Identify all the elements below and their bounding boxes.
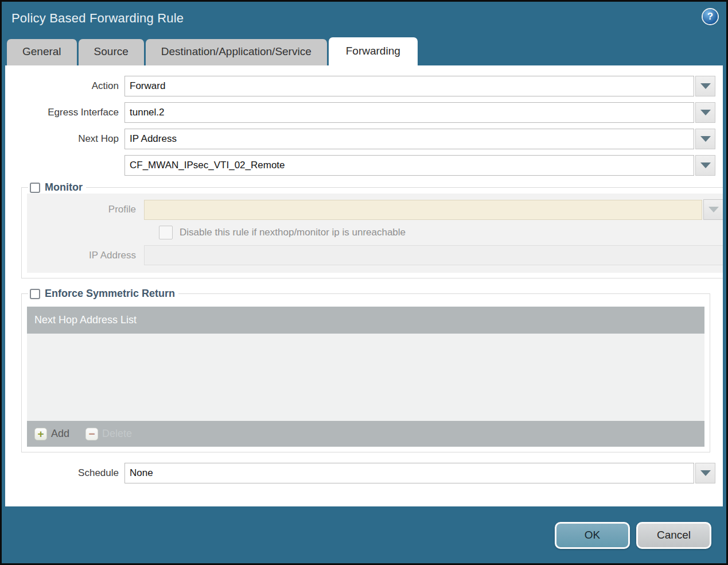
next-hop-address-list-table: Next Hop Address List + Add − Delete — [27, 307, 704, 447]
schedule-row: Schedule — [5, 463, 723, 483]
action-row: Action — [5, 76, 723, 96]
symmetric-return-checkbox[interactable] — [30, 289, 40, 299]
chevron-down-icon — [700, 162, 711, 168]
table-body — [27, 334, 704, 421]
next-hop-address-input[interactable] — [124, 155, 694, 176]
egress-interface-label: Egress Interface — [5, 107, 124, 118]
minus-icon: − — [85, 428, 98, 440]
tab-bar: General Source Destination/Application/S… — [7, 37, 726, 65]
monitor-disabled-area: Profile Disable this rule if nexthop/mon… — [27, 194, 723, 273]
tab-forwarding[interactable]: Forwarding — [329, 37, 418, 65]
profile-label: Profile — [27, 204, 144, 215]
table-header-label: Next Hop Address List — [34, 314, 137, 326]
next-hop-address-dropdown-button[interactable] — [695, 155, 715, 176]
schedule-dropdown-button[interactable] — [695, 463, 715, 483]
egress-interface-input[interactable] — [124, 102, 694, 123]
monitor-fieldset: Monitor Profile Disable this rule if nex… — [21, 181, 723, 278]
delete-button: − Delete — [85, 428, 132, 440]
profile-dropdown-button — [703, 199, 723, 220]
dialog-title: Policy Based Forwarding Rule — [11, 11, 184, 25]
symmetric-return-legend: Enforce Symmetric Return — [28, 288, 178, 300]
next-hop-row: Next Hop — [5, 129, 723, 149]
monitor-ip-address-input — [144, 245, 723, 265]
tab-source[interactable]: Source — [79, 39, 144, 65]
symmetric-return-fieldset: Enforce Symmetric Return Next Hop Addres… — [21, 288, 710, 452]
table-header: Next Hop Address List — [27, 307, 704, 334]
chevron-down-icon — [700, 83, 711, 89]
add-button[interactable]: + Add — [34, 428, 69, 440]
profile-input — [144, 200, 702, 220]
chevron-down-icon — [700, 136, 711, 142]
add-button-label: Add — [51, 428, 69, 440]
table-footer: + Add − Delete — [27, 421, 704, 447]
monitor-legend-label: Monitor — [45, 181, 83, 194]
chevron-down-icon — [700, 110, 711, 115]
schedule-input[interactable] — [124, 463, 694, 483]
disable-rule-row: Disable this rule if nexthop/monitor ip … — [159, 226, 723, 239]
next-hop-dropdown-button[interactable] — [695, 129, 715, 149]
action-dropdown-button[interactable] — [695, 76, 715, 96]
chevron-down-icon — [700, 470, 711, 476]
tab-general[interactable]: General — [7, 39, 77, 65]
monitor-ip-address-row: IP Address — [27, 245, 723, 265]
cancel-button[interactable]: Cancel — [636, 522, 711, 549]
disable-rule-checkbox — [159, 226, 173, 239]
monitor-checkbox[interactable] — [30, 183, 40, 193]
tab-destination-application-service[interactable]: Destination/Application/Service — [146, 39, 327, 65]
egress-interface-dropdown-button[interactable] — [695, 102, 715, 123]
help-icon[interactable]: ? — [703, 9, 718, 24]
symmetric-return-legend-label: Enforce Symmetric Return — [45, 288, 175, 300]
plus-icon: + — [34, 428, 47, 440]
dialog-footer: OK Cancel — [2, 507, 726, 563]
chevron-down-icon — [708, 207, 719, 212]
delete-button-label: Delete — [102, 428, 132, 440]
ok-button[interactable]: OK — [555, 522, 630, 549]
forwarding-tab-panel: Action Egress Interface Next Hop Monitor — [5, 65, 723, 506]
next-hop-label: Next Hop — [5, 133, 124, 145]
profile-row: Profile — [27, 199, 723, 220]
disable-rule-label: Disable this rule if nexthop/monitor ip … — [180, 227, 406, 238]
monitor-legend: Monitor — [28, 181, 86, 194]
egress-interface-row: Egress Interface — [5, 102, 723, 123]
dialog-titlebar: Policy Based Forwarding Rule ? — [2, 2, 726, 37]
next-hop-address-row — [5, 155, 723, 176]
pbf-rule-dialog: Policy Based Forwarding Rule ? General S… — [0, 0, 728, 565]
schedule-label: Schedule — [5, 467, 124, 479]
monitor-ip-address-label: IP Address — [27, 250, 144, 261]
action-label: Action — [5, 80, 124, 92]
action-input[interactable] — [124, 76, 694, 96]
next-hop-type-input[interactable] — [124, 129, 694, 149]
